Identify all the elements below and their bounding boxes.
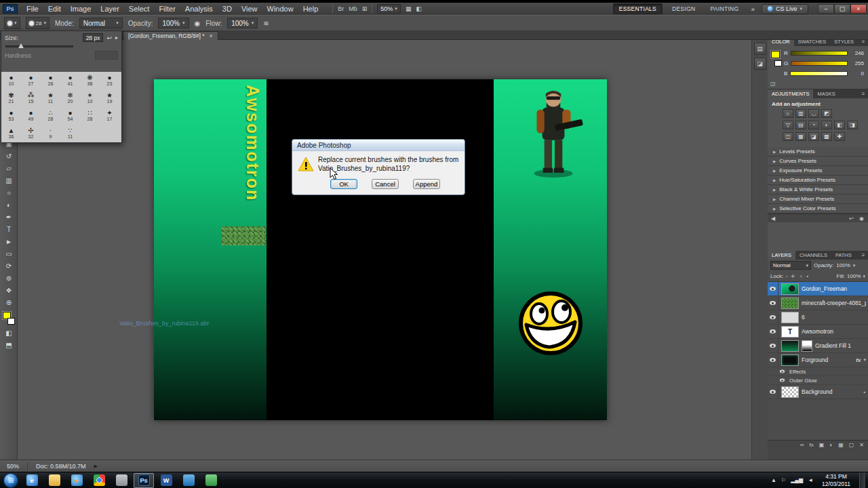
adjustment-icon[interactable]: ◫ bbox=[783, 132, 793, 141]
info-panel-icon[interactable]: ◪ bbox=[754, 58, 766, 70]
layer-thumbnail[interactable] bbox=[781, 340, 799, 352]
expand-arrow-icon[interactable]: ▶ bbox=[773, 188, 776, 192]
tab-layers[interactable]: LAYERS bbox=[768, 251, 795, 260]
airbrush-icon[interactable]: ≋ bbox=[263, 20, 269, 27]
new-layer-icon[interactable]: ▢ bbox=[849, 442, 854, 448]
red-slider[interactable] bbox=[791, 51, 848, 56]
layer-thumbnail[interactable] bbox=[781, 386, 799, 398]
new-group-icon[interactable]: ▦ bbox=[838, 442, 844, 448]
brush-preset[interactable]: ● 41 bbox=[60, 72, 80, 89]
visibility-toggle[interactable] bbox=[777, 367, 787, 375]
taskbar-app-gray[interactable] bbox=[111, 473, 132, 488]
mini-bridge-icon[interactable]: Mb bbox=[349, 5, 357, 12]
expand-arrow-icon[interactable]: ▶ bbox=[773, 207, 776, 211]
preset-row[interactable]: ▶ Exposure Presets bbox=[768, 166, 868, 176]
menu-item[interactable]: Image bbox=[66, 4, 96, 14]
adjustment-icon[interactable]: ◩ bbox=[821, 109, 832, 118]
brush-preset[interactable]: ✶ 10 bbox=[80, 89, 100, 107]
background-color-swatch[interactable] bbox=[7, 318, 15, 325]
visibility-toggle[interactable] bbox=[768, 339, 778, 352]
slider-thumb-icon[interactable] bbox=[18, 43, 24, 48]
taskbar-explorer[interactable] bbox=[44, 473, 64, 488]
dodge-tool[interactable]: ◐ bbox=[0, 199, 18, 211]
menu-item[interactable]: Layer bbox=[96, 4, 124, 14]
visibility-toggle[interactable] bbox=[768, 282, 778, 296]
show-hidden-icons[interactable]: ▲ bbox=[771, 477, 776, 483]
lock-transparency-icon[interactable]: ▫ bbox=[785, 274, 788, 279]
brush-preset[interactable]: ● 23 bbox=[100, 72, 119, 89]
expand-arrow-icon[interactable]: ▶ bbox=[773, 159, 776, 163]
layer-thumbnail[interactable] bbox=[781, 312, 799, 323]
foreground-color-swatch[interactable] bbox=[771, 51, 780, 58]
screen-mode-toggle-icon[interactable]: ⬒ bbox=[0, 339, 18, 351]
adjustment-icon[interactable]: ◔ bbox=[808, 121, 819, 129]
brush-preset[interactable]: · 9 bbox=[41, 125, 60, 142]
brush-preset[interactable]: ❄ 20 bbox=[60, 89, 80, 107]
adjustment-icon[interactable]: ☼ bbox=[783, 109, 793, 118]
reset-adjustment-icon[interactable]: ↩ bbox=[849, 216, 854, 222]
panel-menu-icon[interactable]: ≡ bbox=[859, 89, 868, 98]
adjustment-icon[interactable]: ✚ bbox=[834, 132, 845, 141]
tool-preset-picker[interactable]: ▾ bbox=[4, 17, 20, 29]
layer-thumbnail[interactable] bbox=[781, 298, 799, 309]
layer-name[interactable]: Background bbox=[802, 388, 861, 395]
taskbar-internet-explorer[interactable]: e bbox=[22, 473, 42, 488]
background-color-swatch[interactable] bbox=[774, 60, 782, 66]
arrange-documents-icon[interactable]: ▦ bbox=[406, 5, 412, 12]
zoom-level-dropdown[interactable]: 50% ▾ bbox=[377, 4, 401, 14]
adjustment-icon[interactable]: ▥ bbox=[795, 109, 806, 118]
delete-layer-icon[interactable]: ✕ bbox=[859, 442, 864, 448]
popup-flyout-icon[interactable]: ▸ bbox=[115, 35, 118, 41]
ok-button[interactable]: OK bbox=[330, 179, 357, 189]
layer-row-awsomotron[interactable]: T Awsomotron bbox=[768, 325, 868, 339]
adjustment-icon[interactable]: ◡ bbox=[808, 109, 819, 118]
brush-preset[interactable]: ★ 11 bbox=[41, 89, 60, 107]
horizontal-type-tool[interactable]: T bbox=[0, 223, 18, 235]
layer-name[interactable]: minecraft-creeper-4081_pr... bbox=[802, 300, 866, 306]
menu-item[interactable]: Window bbox=[262, 4, 298, 14]
collapse-panel-icon[interactable]: ◀ bbox=[768, 216, 775, 222]
brush-preset[interactable]: ⁂ 15 bbox=[21, 89, 41, 107]
brush-preset[interactable]: ★ 19 bbox=[100, 89, 119, 107]
tablet-pressure-opacity-icon[interactable]: ◉ bbox=[195, 20, 201, 27]
tab-adjustments[interactable]: ADJUSTMENTS bbox=[768, 89, 813, 98]
default-colors-icon[interactable]: ◲ bbox=[770, 81, 776, 87]
menu-item[interactable]: Help bbox=[298, 4, 323, 14]
brush-preset[interactable]: ✾ 21 bbox=[1, 89, 21, 107]
text-layer-thumbnail[interactable]: T bbox=[781, 326, 799, 338]
brush-preset[interactable]: ● 26 bbox=[41, 72, 60, 89]
channel-value[interactable]: 255 bbox=[850, 60, 864, 66]
taskbar-clock[interactable]: 4:31 PM 12/03/2011 bbox=[818, 473, 854, 487]
hand-tool[interactable]: ❖ bbox=[0, 284, 18, 296]
expand-arrow-icon[interactable]: ▶ bbox=[773, 169, 776, 173]
layer-row-minecraft-creeper[interactable]: minecraft-creeper-4081_pr... bbox=[768, 296, 868, 310]
photoshop-logo-icon[interactable]: Ps bbox=[3, 4, 18, 14]
path-selection-tool[interactable]: ► bbox=[0, 235, 18, 247]
preset-row[interactable]: ▶ Black & White Presets bbox=[768, 185, 868, 195]
taskbar-photoshop[interactable]: Ps bbox=[134, 473, 154, 488]
visibility-toggle[interactable] bbox=[768, 353, 778, 367]
blue-slider[interactable] bbox=[790, 71, 848, 76]
channel-value[interactable]: 0 bbox=[850, 70, 864, 77]
eraser-tool[interactable]: ▱ bbox=[0, 162, 18, 174]
menu-item[interactable]: Edit bbox=[43, 4, 66, 14]
brush-size-field[interactable]: 28 px bbox=[83, 33, 104, 42]
fill-value[interactable]: 100% bbox=[847, 273, 861, 279]
taskbar-word[interactable]: W bbox=[156, 473, 176, 488]
menu-item[interactable]: Analysis bbox=[180, 4, 218, 14]
show-desktop-button[interactable] bbox=[859, 472, 865, 488]
adjustment-icon[interactable]: ◨ bbox=[847, 121, 858, 129]
brush-preset[interactable]: ∷ 28 bbox=[80, 107, 100, 125]
visibility-toggle[interactable] bbox=[768, 296, 778, 310]
view-extras-icon[interactable]: ⊞ bbox=[362, 5, 368, 12]
brush-preset[interactable]: ❋ 38 bbox=[80, 72, 100, 89]
menu-item[interactable]: View bbox=[237, 4, 262, 14]
3d-orbit-tool[interactable]: ⊚ bbox=[0, 272, 18, 284]
brush-preset[interactable]: ∵ 11 bbox=[60, 125, 80, 142]
lock-all-icon[interactable]: ▪ bbox=[806, 274, 808, 279]
expand-arrow-icon[interactable]: ▶ bbox=[773, 178, 776, 182]
adjustment-icon[interactable]: ▽ bbox=[783, 121, 793, 129]
layer-row-forground[interactable]: Forground fx ▾ bbox=[768, 353, 868, 367]
channel-value[interactable]: 246 bbox=[850, 50, 864, 56]
blur-tool[interactable]: ○ bbox=[0, 186, 18, 199]
